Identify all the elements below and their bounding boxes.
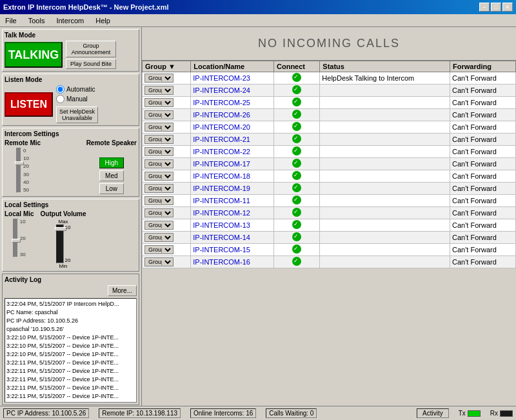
minimize-button[interactable]: – bbox=[479, 3, 490, 12]
right-panel: NO INCOMING CALLS Group ▼ Location/Name … bbox=[142, 27, 516, 406]
rx-indicator bbox=[500, 410, 513, 417]
connected-icon bbox=[292, 220, 301, 229]
local-settings-section: Local Settings Local Mic 10 20 30 bbox=[2, 199, 139, 272]
max-label: Max bbox=[58, 219, 68, 225]
intercom-settings-section: Intercom Settings Remote Mic 0 10 20 30 bbox=[2, 128, 139, 197]
log-entry: 3:22:11 PM, 5/15/2007 -- Device 1P-INTE.… bbox=[6, 367, 135, 375]
status-cell bbox=[320, 97, 450, 109]
group-dropdown[interactable]: Group 1 bbox=[144, 98, 174, 107]
group-dropdown[interactable]: Group 1 bbox=[144, 86, 174, 95]
automatic-label: Automatic bbox=[66, 86, 95, 93]
menu-file[interactable]: File bbox=[3, 16, 19, 25]
group-cell: Group 2 bbox=[143, 158, 191, 170]
forwarding-cell: Can't Forward bbox=[450, 170, 516, 183]
high-button[interactable]: High bbox=[99, 157, 124, 168]
listen-button[interactable]: LISTEN bbox=[5, 92, 53, 117]
menu-intercom[interactable]: Intercom bbox=[54, 16, 86, 25]
local-mic-slider[interactable] bbox=[13, 219, 18, 257]
intercom-settings-title: Intercom Settings bbox=[5, 130, 137, 137]
listen-mode-radio-group: Automatic Manual bbox=[56, 85, 98, 103]
status-cell bbox=[320, 121, 450, 134]
connected-icon bbox=[292, 257, 301, 266]
group-dropdown[interactable]: Group 1 bbox=[144, 245, 174, 254]
location-cell: IP-INTERCOM-18 bbox=[191, 170, 274, 183]
group-cell: Group 3 bbox=[143, 134, 191, 146]
low-button[interactable]: Low bbox=[99, 183, 124, 194]
forwarding-cell: Can't Forward bbox=[450, 207, 516, 219]
talk-mode-buttons: GroupAnnouncement Play Sound Bite bbox=[66, 41, 116, 69]
med-button[interactable]: Med bbox=[99, 170, 124, 181]
status-cell bbox=[320, 146, 450, 158]
window-controls: – □ ✕ bbox=[479, 3, 513, 12]
group-dropdown[interactable]: Group 3 bbox=[144, 123, 174, 132]
group-dropdown[interactable]: Group 3 bbox=[144, 147, 174, 156]
group-dropdown[interactable]: Group 1 bbox=[144, 221, 174, 230]
remote-mic-thumb[interactable] bbox=[15, 161, 24, 165]
set-helpdesk-button[interactable]: Set HelpDeskUnavailable bbox=[56, 106, 98, 123]
group-dropdown[interactable]: Group 1 bbox=[144, 208, 174, 217]
manual-radio[interactable] bbox=[56, 95, 64, 103]
activity-label: Activity bbox=[422, 410, 443, 417]
window-title: Extron IP Intercom HelpDesk™ - New Proje… bbox=[3, 3, 169, 11]
local-mic-thumb[interactable] bbox=[12, 239, 21, 243]
remote-ip-segment: Remote IP: 10.13.198.113 bbox=[99, 408, 181, 418]
talk-mode-section: Talk Mode TALKING GroupAnnouncement Play… bbox=[2, 29, 139, 72]
output-volume-thumb[interactable] bbox=[55, 227, 66, 231]
forwarding-cell: Can't Forward bbox=[450, 72, 516, 85]
more-button[interactable]: More... bbox=[108, 285, 137, 296]
connected-icon bbox=[292, 171, 301, 180]
remote-mic-slider[interactable] bbox=[16, 148, 21, 193]
group-dropdown[interactable]: Group 1 bbox=[144, 233, 174, 242]
menu-bar: File Tools Intercom Help bbox=[0, 14, 516, 27]
remote-speaker-group: Remote Speaker High Med Low bbox=[86, 139, 137, 194]
table-row: Group 3IP-INTERCOM-22Can't Forward bbox=[143, 146, 516, 158]
group-dropdown[interactable]: Group 1 bbox=[144, 257, 174, 266]
play-sound-bite-button[interactable]: Play Sound Bite bbox=[66, 59, 116, 69]
group-dropdown[interactable]: Group 1 bbox=[144, 74, 174, 83]
listen-mode-row: LISTEN Automatic Manual Set HelpDeskUnav… bbox=[5, 85, 137, 123]
log-entry: 3:22:11 PM, 5/15/2007 -- Device 1P-INTE.… bbox=[6, 392, 135, 401]
activity-log-area[interactable]: 3:22:04 PM, 5/15/2007 IP Intercom HelpD.… bbox=[5, 298, 137, 403]
group-dropdown[interactable]: Group 2 bbox=[144, 184, 174, 193]
group-dropdown[interactable]: Group 3 bbox=[144, 135, 174, 144]
group-dropdown[interactable]: Group 1 bbox=[144, 110, 174, 119]
forwarding-cell: Can't Forward bbox=[450, 146, 516, 158]
local-mic-ticks: 10 20 30 bbox=[20, 219, 26, 257]
menu-help[interactable]: Help bbox=[93, 16, 113, 25]
intercom-table: Group ▼ Location/Name Connect Status For… bbox=[142, 61, 516, 406]
location-cell: IP-INTERCOM-15 bbox=[191, 244, 274, 256]
status-cell bbox=[320, 158, 450, 170]
group-cell: Group 2 bbox=[143, 170, 191, 183]
close-button[interactable]: ✕ bbox=[502, 3, 513, 12]
status-cell bbox=[320, 109, 450, 121]
status-cell bbox=[320, 85, 450, 97]
group-cell: Group 3 bbox=[143, 146, 191, 158]
connect-cell bbox=[274, 207, 320, 219]
online-intercoms-value: 16 bbox=[246, 410, 253, 417]
automatic-radio[interactable] bbox=[56, 85, 64, 94]
group-cell: Group 1 bbox=[143, 85, 191, 97]
output-volume-slider[interactable] bbox=[56, 225, 64, 263]
remote-mic-slider-container: 0 10 20 30 40 50 bbox=[16, 148, 29, 193]
log-entry: 3:22:10 PM, 5/15/2007 -- Device 1P-INTE.… bbox=[6, 342, 135, 350]
connected-icon bbox=[292, 146, 301, 155]
status-cell bbox=[320, 134, 450, 146]
maximize-button[interactable]: □ bbox=[491, 3, 501, 12]
table-row: Group 1IP-INTERCOM-23HelpDesk Talking to… bbox=[143, 72, 516, 85]
group-dropdown[interactable]: Group 1 bbox=[144, 196, 174, 205]
group-dropdown[interactable]: Group 2 bbox=[144, 172, 174, 181]
connected-icon bbox=[292, 159, 301, 168]
output-volume-group: Output Volume Max 10 20 Min bbox=[41, 210, 86, 269]
table-row: Group 1IP-INTERCOM-24Can't Forward bbox=[143, 85, 516, 97]
connect-cell bbox=[274, 97, 320, 109]
group-cell: Group 1 bbox=[143, 97, 191, 109]
talk-mode-row: TALKING GroupAnnouncement Play Sound Bit… bbox=[5, 41, 137, 69]
connect-cell bbox=[274, 121, 320, 134]
local-mic-slider-container: 10 20 30 bbox=[13, 219, 26, 257]
col-forwarding: Forwarding bbox=[450, 61, 516, 72]
group-dropdown[interactable]: Group 2 bbox=[144, 159, 174, 168]
menu-tools[interactable]: Tools bbox=[26, 16, 48, 25]
talking-button[interactable]: TALKING bbox=[5, 42, 63, 68]
group-announcement-button[interactable]: GroupAnnouncement bbox=[66, 41, 116, 57]
status-cell bbox=[320, 170, 450, 183]
